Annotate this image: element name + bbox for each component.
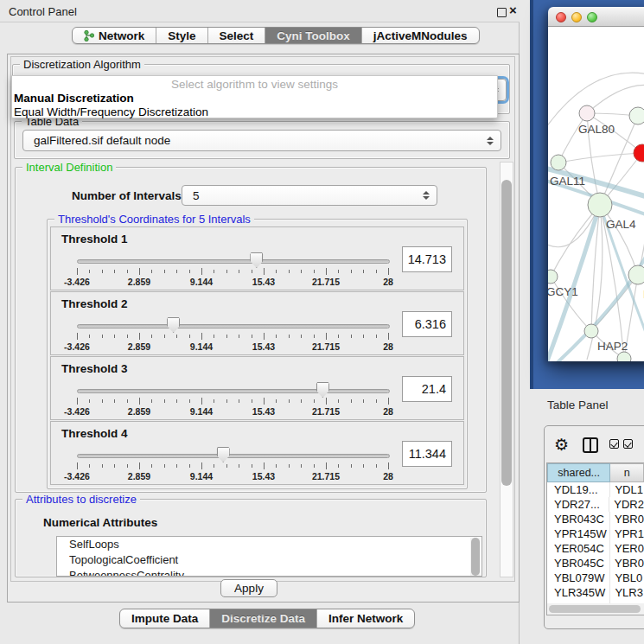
- tab-infer-network[interactable]: Infer Network: [317, 609, 414, 628]
- table-row[interactable]: YDL19...YDL1: [547, 482, 644, 497]
- slider-ticks: [77, 462, 388, 471]
- scale-label: -3.426: [64, 341, 90, 352]
- table-row[interactable]: YBR045CYBR0: [547, 556, 644, 571]
- dropdown-item-manual[interactable]: Manual Discretization: [14, 92, 134, 105]
- gear-icon[interactable]: ⚙: [554, 435, 569, 455]
- num-intervals-combobox[interactable]: 5: [182, 185, 437, 206]
- table-row[interactable]: YBL079WYBL0: [547, 571, 644, 585]
- list-item[interactable]: BetweennessCentrality: [57, 568, 481, 577]
- node-g-partial: [629, 107, 644, 124]
- threshold-2-slider-thumb[interactable]: [167, 317, 180, 333]
- node-label: GAL11: [550, 175, 585, 188]
- tab-discretize-data[interactable]: Discretize Data: [210, 609, 317, 628]
- threshold-4-slider-thumb[interactable]: [217, 447, 230, 462]
- network-view-frame: GAL80 G C GAL11 GAL4 GCY1 H HAP2: [530, 0, 644, 389]
- algorithm-group-label: Discretization Algorithm: [20, 58, 144, 71]
- num-intervals-label: Number of Intervals: [72, 189, 182, 202]
- thresholds-group-label: Threshold's Coordinates for 5 Intervals: [54, 213, 254, 226]
- threshold-3-slider-track[interactable]: [77, 389, 390, 393]
- table-header-row: shared... n: [547, 463, 644, 482]
- minimize-traffic-light[interactable]: [571, 12, 582, 22]
- node-label: GCY1: [548, 285, 578, 298]
- control-panel: Control Panel × Network Style Se: [0, 0, 520, 644]
- scale-label: 21.715: [312, 277, 340, 287]
- panel-title: Control Panel: [9, 5, 77, 18]
- table-row[interactable]: YER054CYER0: [547, 541, 644, 556]
- panel-scrollbar-thumb[interactable]: [501, 180, 512, 486]
- dropdown-item-equal-width[interactable]: Equal Width/Frequency Discretization: [14, 105, 208, 118]
- node-gcy1: [548, 270, 558, 284]
- threshold-2-slider-track[interactable]: [77, 324, 390, 328]
- scale-label: 9.144: [190, 341, 213, 352]
- table-row[interactable]: YLR345WYLR3: [547, 585, 644, 600]
- table-row[interactable]: YBR043CYBR0: [547, 512, 644, 526]
- network-canvas[interactable]: GAL80 G C GAL11 GAL4 GCY1 H HAP2: [548, 27, 644, 361]
- scale-label: 2.859: [128, 341, 150, 352]
- table-row[interactable]: YPR145WYPR1: [547, 526, 644, 541]
- tab-select[interactable]: Select: [208, 28, 266, 43]
- threshold-1-slider-thumb[interactable]: [250, 252, 263, 268]
- network-graph: GAL80 G C GAL11 GAL4 GCY1 H HAP2: [548, 27, 644, 361]
- table-data-combobox[interactable]: galFiltered.sif default node: [22, 130, 501, 151]
- tab-network[interactable]: Network: [73, 28, 156, 43]
- slider-ticks: [77, 333, 388, 341]
- bottom-tab-bar: Impute Data Discretize Data Infer Networ…: [119, 609, 415, 628]
- threshold-3-panel: Threshold 3 -3.426 2.859 9.144 15.43 21.…: [50, 356, 464, 420]
- checkbox-icon[interactable]: [623, 439, 633, 449]
- scale-label: 28: [383, 471, 393, 481]
- scale-label: 2.859: [128, 406, 150, 417]
- numerical-attributes-label: Numerical Attributes: [43, 516, 157, 529]
- scale-label: 21.715: [312, 471, 340, 481]
- tab-cyni-toolbox[interactable]: Cyni Toolbox: [265, 28, 362, 43]
- scale-label: 28: [383, 406, 393, 417]
- float-window-icon[interactable]: [497, 8, 507, 17]
- scale-label: 15.43: [252, 406, 275, 417]
- screen: Control Panel × Network Style Se: [0, 0, 644, 644]
- tab-impute-data[interactable]: Impute Data: [120, 609, 210, 628]
- tab-style[interactable]: Style: [156, 28, 207, 43]
- list-item[interactable]: TopologicalCoefficient: [57, 552, 481, 568]
- checkbox-icon[interactable]: [609, 439, 619, 449]
- scale-label: 28: [383, 277, 393, 287]
- list-scrollbar[interactable]: [470, 538, 481, 576]
- table-row[interactable]: YDR27...YDR2: [547, 497, 644, 512]
- threshold-1-value-field[interactable]: 14.713: [402, 246, 452, 272]
- slider-ticks: [77, 268, 388, 277]
- threshold-2-value-field[interactable]: 6.316: [402, 311, 452, 337]
- tab-network-label: Network: [99, 29, 144, 42]
- table-data-combobox-value: galFiltered.sif default node: [34, 134, 170, 147]
- threshold-1-slider-track[interactable]: [77, 259, 390, 264]
- tab-jactivemnodules[interactable]: jActiveMNodules: [362, 28, 479, 43]
- zoom-traffic-light[interactable]: [587, 12, 597, 22]
- threshold-4-label: Threshold 4: [61, 427, 128, 440]
- threshold-4-panel: Threshold 4 -3.426 2.859 9.144 15.43 21.…: [50, 421, 464, 485]
- threshold-4-value-field[interactable]: 11.344: [402, 441, 452, 467]
- threshold-3-value-field[interactable]: 21.4: [402, 376, 452, 402]
- close-traffic-light[interactable]: [556, 12, 566, 22]
- scale-label: 2.859: [128, 471, 150, 481]
- scale-label: 9.144: [190, 471, 213, 481]
- node-label: GAL80: [578, 123, 615, 136]
- column-header-name[interactable]: n: [610, 463, 644, 482]
- scale-label: 15.43: [252, 341, 275, 352]
- threshold-4-slider-track[interactable]: [77, 454, 390, 458]
- node-gal11: [551, 155, 566, 170]
- column-header-shared-name[interactable]: shared...: [547, 463, 610, 482]
- threshold-3-slider-thumb[interactable]: [316, 382, 329, 398]
- apply-button[interactable]: Apply: [220, 579, 277, 597]
- list-item[interactable]: SelfLoops: [57, 537, 481, 552]
- close-icon[interactable]: ×: [509, 3, 517, 17]
- scale-label: 21.715: [312, 406, 340, 417]
- columns-icon[interactable]: [583, 437, 598, 453]
- node-attribute-table: shared... n YDL19...YDL1 YDR27...YDR2 YB…: [546, 462, 644, 615]
- scale-label: -3.426: [64, 406, 90, 417]
- node-label: HAP2: [597, 340, 628, 353]
- network-window-titlebar[interactable]: [548, 7, 644, 27]
- table-hscrollbar-thumb[interactable]: [549, 605, 641, 613]
- table-body[interactable]: YDL19...YDL1 YDR27...YDR2 YBR043CYBR0 YP…: [547, 482, 644, 604]
- threshold-1-label: Threshold 1: [61, 233, 128, 245]
- attributes-list[interactable]: SelfLoops TopologicalCoefficient Between…: [56, 536, 482, 577]
- node-hap2: [584, 324, 598, 338]
- scale-label: -3.426: [64, 277, 90, 287]
- attributes-group-label: Attributes to discretize: [22, 493, 140, 506]
